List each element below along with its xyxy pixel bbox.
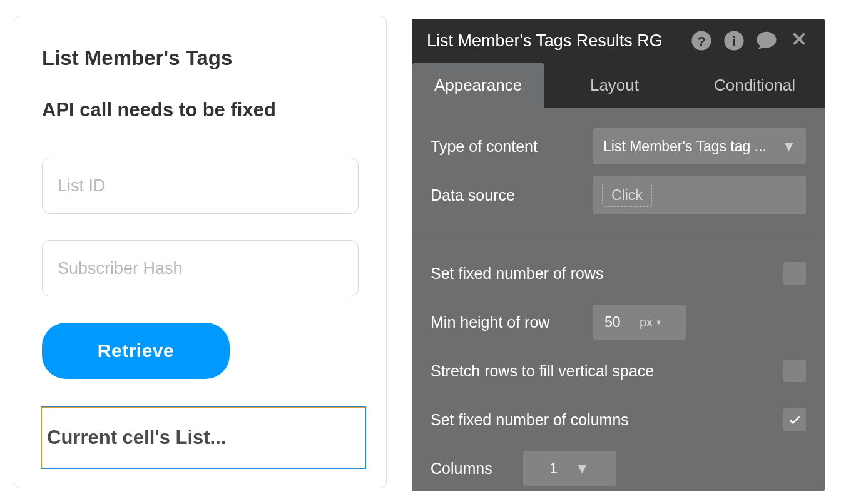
- checkbox-stretch-rows[interactable]: [783, 360, 806, 382]
- row-data-source: Data source Click: [431, 175, 806, 215]
- row-columns: Columns 1 ▼: [431, 448, 806, 488]
- chevron-down-icon: ▼: [782, 138, 796, 155]
- cell-text: Current cell's List...: [47, 426, 226, 449]
- tab-row: Appearance Layout Conditional: [412, 63, 825, 108]
- label-data-source: Data source: [431, 186, 593, 204]
- comment-icon[interactable]: [756, 30, 777, 51]
- data-source-click[interactable]: Click: [602, 184, 652, 207]
- checkbox-fixed-rows[interactable]: [783, 262, 806, 285]
- checkbox-fixed-cols[interactable]: [783, 408, 806, 431]
- panel-body: Type of content List Member's Tags tag .…: [412, 108, 825, 491]
- property-panel: List Member's Tags Results RG ? i Appear…: [412, 19, 825, 491]
- data-source-box[interactable]: Click: [593, 176, 806, 214]
- row-fixed-rows: Set fixed number of rows: [431, 253, 806, 293]
- info-icon[interactable]: i: [723, 30, 745, 51]
- row-stretch-rows: Stretch rows to fill vertical space: [431, 351, 806, 391]
- label-type-of-content: Type of content: [431, 138, 593, 156]
- tab-appearance[interactable]: Appearance: [412, 63, 544, 108]
- label-min-height: Min height of row: [431, 313, 593, 331]
- header-icons: ? i: [691, 30, 810, 51]
- tab-layout[interactable]: Layout: [544, 63, 685, 108]
- min-height-control: px ▼: [593, 305, 686, 340]
- label-fixed-rows: Set fixed number of rows: [431, 265, 783, 283]
- svg-text:?: ?: [697, 33, 706, 49]
- close-icon[interactable]: [788, 30, 810, 51]
- columns-value: 1: [549, 460, 558, 477]
- tab-conditional[interactable]: Conditional: [685, 63, 825, 108]
- row-type-of-content: Type of content List Member's Tags tag .…: [431, 126, 806, 166]
- row-fixed-cols: Set fixed number of columns: [431, 400, 806, 440]
- panel-header: List Member's Tags Results RG ? i: [412, 19, 825, 63]
- panel-title: List Member's Tags Results RG: [427, 31, 691, 51]
- dropdown-type-of-content-value: List Member's Tags tag ...: [603, 138, 782, 155]
- card-title: List Member's Tags: [42, 46, 359, 70]
- label-columns: Columns: [431, 460, 506, 478]
- section-layout: Set fixed number of rows Min height of r…: [412, 234, 825, 491]
- dropdown-type-of-content[interactable]: List Member's Tags tag ... ▼: [593, 128, 806, 164]
- list-id-input[interactable]: [42, 158, 359, 214]
- chevron-down-icon: ▼: [655, 318, 662, 326]
- retrieve-button[interactable]: Retrieve: [42, 323, 230, 379]
- left-card: List Member's Tags API call needs to be …: [14, 16, 387, 488]
- section-data: Type of content List Member's Tags tag .…: [412, 108, 825, 234]
- chevron-down-icon: ▼: [575, 460, 589, 477]
- card-subtitle: API call needs to be fixed: [42, 99, 359, 121]
- label-fixed-cols: Set fixed number of columns: [431, 411, 783, 429]
- svg-text:i: i: [732, 33, 736, 49]
- help-icon[interactable]: ?: [691, 30, 712, 51]
- dropdown-columns[interactable]: 1 ▼: [523, 451, 616, 486]
- min-height-input[interactable]: [604, 314, 640, 331]
- subscriber-hash-input[interactable]: [42, 240, 359, 296]
- repeating-group-cell[interactable]: Current cell's List...: [41, 406, 366, 469]
- row-min-height: Min height of row px ▼: [431, 302, 806, 342]
- label-stretch-rows: Stretch rows to fill vertical space: [431, 362, 783, 380]
- min-height-unit[interactable]: px ▼: [640, 315, 662, 330]
